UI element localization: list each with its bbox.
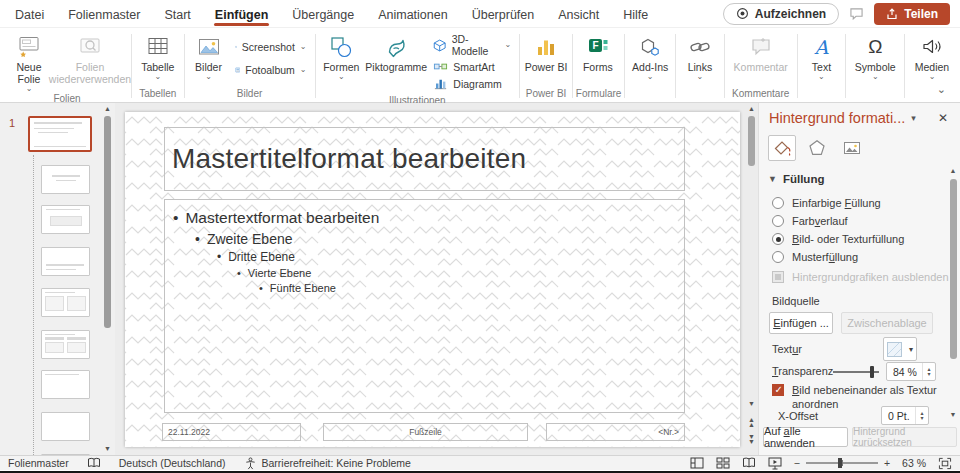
menu-animationen[interactable]: Animationen bbox=[377, 1, 449, 27]
canvas-scrollbar[interactable]: ▲ ▼ ▲▲ ▼▼ bbox=[746, 103, 757, 455]
close-pane-icon[interactable]: ✕ bbox=[938, 111, 948, 125]
layout-thumbnail[interactable] bbox=[41, 165, 90, 194]
insert-picture-button[interactable]: Einfügen ... bbox=[769, 312, 833, 334]
table-button[interactable]: Tabelle⌄ bbox=[135, 30, 181, 87]
bullet-text-level4: Vierte Ebene bbox=[248, 267, 311, 279]
slide-master-editing-area[interactable]: Mastertitelformat bearbeiten •Mastertext… bbox=[125, 112, 740, 447]
zoom-slider[interactable] bbox=[806, 462, 878, 464]
menu-einfuegen[interactable]: Einfügen bbox=[214, 1, 269, 27]
slideshow-icon[interactable] bbox=[768, 457, 782, 470]
scroll-up-icon[interactable]: ▲ bbox=[746, 105, 757, 113]
radio-gradient-fill[interactable]: Farbverlauf bbox=[772, 215, 848, 227]
media-button[interactable]: Medien⌄ bbox=[908, 30, 956, 87]
pane-scrollbar[interactable]: ▲ ▼ bbox=[948, 167, 958, 419]
language-status[interactable]: Deutsch (Deutschland) bbox=[119, 457, 226, 469]
smartart-button[interactable]: SmartArt bbox=[430, 58, 514, 75]
zoom-out-icon[interactable]: − bbox=[794, 457, 800, 469]
comments-icon[interactable] bbox=[849, 7, 864, 20]
menu-ansicht[interactable]: Ansicht bbox=[557, 1, 600, 27]
radio-solid-fill[interactable]: Einfarbige Füllung bbox=[772, 197, 881, 209]
reset-background-button[interactable]: Hintergrund zurücksetzen bbox=[852, 427, 957, 447]
chart-button[interactable]: Diagramm bbox=[430, 75, 514, 92]
scroll-down-icon[interactable]: ▼ bbox=[746, 400, 757, 408]
spinner-arrows-icon[interactable]: ▴▾ bbox=[922, 363, 935, 380]
icons-button[interactable]: Piktogramme bbox=[364, 30, 428, 94]
radio-picture-texture-fill[interactable]: Bild- oder Texturfüllung bbox=[772, 233, 904, 245]
text-button[interactable]: A Text⌄ bbox=[800, 30, 842, 87]
power-bi-button[interactable]: Power BI bbox=[523, 30, 569, 87]
scroll-down-icon[interactable]: ▼ bbox=[103, 445, 112, 453]
slider-knob[interactable] bbox=[870, 366, 874, 378]
menu-folienmaster[interactable]: Folienmaster bbox=[67, 1, 141, 27]
menu-ueberpruefen[interactable]: Überprüfen bbox=[471, 1, 536, 27]
spelling-status[interactable] bbox=[87, 457, 101, 469]
texture-dropdown[interactable]: ▾ bbox=[883, 337, 917, 361]
reuse-slides-button[interactable]: Folien wiederverwenden bbox=[52, 30, 128, 92]
x-offset-label: X-Offset bbox=[778, 410, 818, 422]
layout-thumbnail[interactable] bbox=[41, 370, 90, 399]
reading-view-icon[interactable] bbox=[742, 457, 756, 469]
fill-section-header[interactable]: ▼ Füllung bbox=[768, 173, 824, 185]
body-placeholder[interactable]: •Mastertextformat bearbeiten •Zweite Ebe… bbox=[164, 199, 685, 413]
comment-button[interactable]: Kommentar bbox=[728, 30, 794, 87]
previous-slide-icon[interactable]: ▲▲ bbox=[746, 417, 757, 427]
spinner-arrows-icon[interactable]: ▴▾ bbox=[915, 407, 928, 424]
tab-fill[interactable] bbox=[768, 135, 796, 161]
apply-to-all-button[interactable]: Auf alle anwenden bbox=[763, 427, 848, 447]
scroll-up-icon[interactable]: ▲ bbox=[103, 105, 112, 113]
tab-picture[interactable] bbox=[838, 135, 866, 161]
3d-models-button[interactable]: 3D-Modelle⌄ bbox=[430, 32, 514, 58]
checkbox-hide-background-graphics[interactable]: Hintergrundgrafiken ausblenden bbox=[772, 271, 949, 283]
pane-options-caret-icon[interactable]: ▾ bbox=[911, 113, 916, 123]
record-button[interactable]: Aufzeichnen bbox=[723, 3, 839, 25]
slide-sorter-icon[interactable] bbox=[716, 457, 730, 469]
symbols-button[interactable]: Ω Symbole⌄ bbox=[849, 30, 901, 87]
menu-start[interactable]: Start bbox=[163, 1, 191, 27]
fit-slide-to-window-icon[interactable] bbox=[938, 457, 952, 470]
layout-thumbnail[interactable] bbox=[41, 412, 90, 441]
transparency-slider[interactable] bbox=[833, 371, 879, 373]
scroll-down-icon[interactable]: ▼ bbox=[948, 411, 958, 419]
add-ins-button[interactable]: Add-Ins⌄ bbox=[628, 30, 672, 87]
forms-button[interactable]: F Forms bbox=[576, 30, 620, 87]
pictures-button[interactable]: Bilder⌄ bbox=[188, 30, 230, 87]
group-divider bbox=[131, 34, 132, 98]
layout-thumbnail[interactable] bbox=[41, 205, 90, 234]
slide-number-placeholder[interactable]: <Nr.> bbox=[546, 423, 685, 441]
next-slide-icon[interactable]: ▼▼ bbox=[746, 434, 757, 444]
radio-icon bbox=[772, 215, 784, 227]
menu-hilfe[interactable]: Hilfe bbox=[622, 1, 649, 27]
collapse-ribbon-icon[interactable]: ⌄ bbox=[937, 83, 946, 96]
footer-placeholder[interactable]: Fußzeile bbox=[323, 423, 528, 441]
zoom-slider-knob[interactable] bbox=[838, 458, 842, 468]
master-slide-thumbnail[interactable] bbox=[28, 116, 92, 152]
thumbnail-scrollbar[interactable]: ▲ ▼ bbox=[103, 105, 112, 453]
title-placeholder[interactable]: Mastertitelformat bearbeiten bbox=[164, 127, 685, 191]
layout-thumbnail[interactable] bbox=[41, 247, 90, 276]
clipboard-button[interactable]: Zwischenablage bbox=[841, 312, 933, 334]
date-placeholder[interactable]: 22.11.2022 bbox=[162, 423, 301, 441]
links-button[interactable]: Links⌄ bbox=[679, 30, 721, 87]
menu-uebergaenge[interactable]: Übergänge bbox=[291, 1, 355, 27]
new-slide-button[interactable]: Neue Folie⌄ bbox=[6, 30, 52, 92]
zoom-in-icon[interactable]: + bbox=[884, 457, 890, 469]
accessibility-status[interactable]: Barrierefreiheit: Keine Probleme bbox=[244, 457, 411, 470]
group-divider bbox=[675, 34, 676, 98]
screenshot-button[interactable]: Screenshot⌄ bbox=[232, 39, 310, 55]
layout-thumbnail[interactable] bbox=[41, 288, 90, 317]
tab-effects[interactable] bbox=[803, 135, 831, 161]
bullet-marker: • bbox=[217, 250, 221, 264]
normal-view-icon[interactable] bbox=[690, 457, 704, 469]
scroll-up-icon[interactable]: ▲ bbox=[948, 167, 958, 175]
shapes-button[interactable]: Formen⌄ bbox=[318, 30, 364, 94]
layout-thumbnail[interactable] bbox=[41, 330, 90, 359]
radio-pattern-fill[interactable]: Musterfüllung bbox=[772, 251, 858, 263]
x-offset-spinner[interactable]: 0 Pt. ▴▾ bbox=[881, 406, 929, 425]
menu-datei[interactable]: Datei bbox=[14, 1, 45, 27]
share-button[interactable]: Teilen bbox=[874, 3, 950, 25]
zoom-level-label[interactable]: 63 % bbox=[902, 457, 926, 469]
reuse-slides-icon bbox=[78, 34, 102, 60]
transparency-spinner[interactable]: 84 % ▴▾ bbox=[886, 362, 936, 381]
photo-album-button[interactable]: Fotoalbum⌄ bbox=[232, 62, 310, 78]
screenshot-icon bbox=[235, 40, 237, 54]
